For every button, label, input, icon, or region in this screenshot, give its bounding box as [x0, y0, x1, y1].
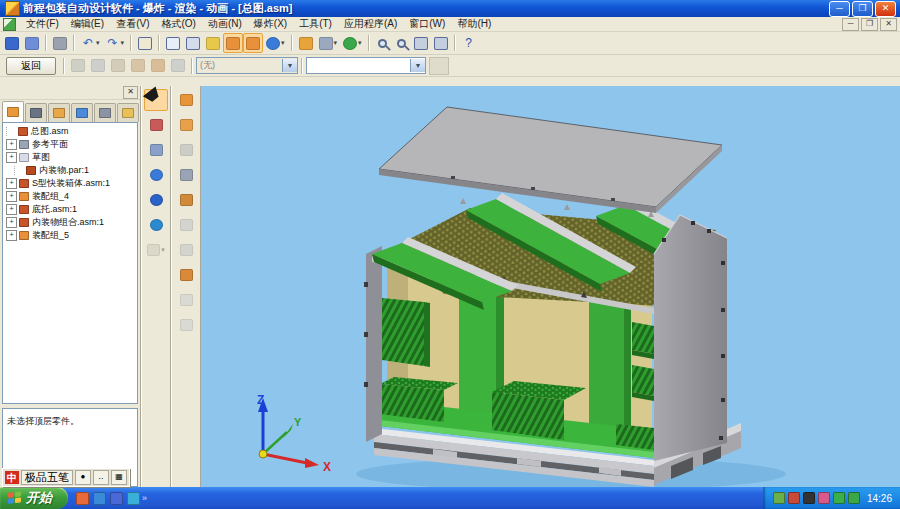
pathfinder-tab[interactable]: [2, 101, 24, 122]
highlight-view-icon-button[interactable]: [203, 33, 223, 53]
close-button[interactable]: ✕: [875, 1, 896, 17]
expand-icon[interactable]: +: [6, 152, 17, 163]
live-update-icon[interactable]: [833, 492, 845, 504]
network-offline-icon[interactable]: [788, 492, 800, 504]
child-restore-button[interactable]: ❐: [861, 18, 878, 31]
tree-item[interactable]: +装配组_5: [3, 229, 137, 242]
tree-item[interactable]: +草图: [3, 151, 137, 164]
menu-item-1[interactable]: 文件(F): [20, 17, 65, 31]
save-icon-button[interactable]: [2, 33, 22, 53]
save-as-icon-button[interactable]: [22, 33, 42, 53]
expand-icon[interactable]: +: [6, 191, 17, 202]
shaded-view-icon-button[interactable]: [223, 33, 243, 53]
menu-item-5[interactable]: 动画(N): [202, 17, 248, 31]
right-wall-panel[interactable]: [654, 215, 727, 461]
wireframe-view-icon-button[interactable]: [163, 33, 183, 53]
menu-item-6[interactable]: 爆炸(X): [248, 17, 293, 31]
animation-combo[interactable]: ▼: [306, 57, 426, 74]
tree-item[interactable]: +装配组_4: [3, 190, 137, 203]
model-viewport[interactable]: Z Y X: [201, 86, 900, 489]
help-tab[interactable]: [117, 103, 139, 122]
print-icon-button[interactable]: [50, 33, 70, 53]
menu-item-7[interactable]: 工具(T): [293, 17, 338, 31]
tree-item[interactable]: +底托.asm:1: [3, 203, 137, 216]
left-comb-block[interactable]: [382, 298, 424, 366]
expand-icon[interactable]: +: [6, 230, 17, 241]
child-minimize-button[interactable]: ─: [842, 18, 859, 31]
display-settings-icon-dropdown[interactable]: ▾: [334, 39, 338, 47]
internet-explorer-icon[interactable]: [93, 492, 106, 505]
ime-keyboard-icon[interactable]: ▦: [111, 470, 127, 485]
help-pointer-icon-button[interactable]: ?: [459, 33, 479, 53]
render-scene-icon-button[interactable]: [144, 164, 168, 186]
left-wall-panel[interactable]: [364, 246, 382, 442]
redo-icon-dropdown[interactable]: ▾: [121, 39, 125, 47]
tree-item[interactable]: 总图.asm: [3, 125, 137, 138]
back-button[interactable]: 返回: [6, 57, 56, 75]
qq-icon[interactable]: [803, 492, 815, 504]
tree-item[interactable]: 内装物.par:1: [3, 164, 137, 177]
insert-object-icon-button[interactable]: [135, 33, 155, 53]
zoom-icon-button[interactable]: [392, 33, 411, 53]
ime-punctuation-icon[interactable]: ‥: [93, 470, 109, 485]
erase-tool-icon-button[interactable]: [144, 139, 168, 161]
undo-icon-dropdown[interactable]: ▾: [96, 39, 100, 47]
refresh-view-icon-dropdown[interactable]: ▾: [358, 39, 362, 47]
flow-lines-icon-button[interactable]: [174, 164, 198, 186]
display-settings-icon-button[interactable]: ▾: [316, 33, 341, 53]
layers-tab[interactable]: [71, 103, 93, 122]
refresh-view-icon-button[interactable]: ▾: [340, 33, 365, 53]
shaded-edges-view-icon-button[interactable]: [243, 33, 263, 53]
menu-item-10[interactable]: 帮助(H): [451, 17, 497, 31]
ime-name[interactable]: 极品五笔: [21, 470, 73, 485]
auto-explode-icon-button[interactable]: [174, 89, 198, 111]
view-orientation-icon-button[interactable]: ▾: [263, 33, 288, 53]
fit-view-icon-button[interactable]: [411, 33, 431, 53]
wall-comb-tab[interactable]: [632, 365, 654, 396]
family-of-assemblies-tab[interactable]: [48, 103, 70, 122]
animation-player-icon-button[interactable]: [144, 214, 168, 236]
ime-toolbar[interactable]: 中 极品五笔 ● ‥ ▦: [2, 468, 130, 487]
restore-button[interactable]: ❐: [852, 1, 873, 17]
view-orientation-icon-dropdown[interactable]: ▾: [281, 39, 285, 47]
tree-item[interactable]: +内装物组合.asm:1: [3, 216, 137, 229]
menu-item-4[interactable]: 格式(O): [155, 17, 201, 31]
antivirus-shield-icon[interactable]: [848, 492, 860, 504]
network-places-icon[interactable]: [127, 492, 140, 505]
pan-view-icon-button[interactable]: [431, 33, 451, 53]
redo-icon-button[interactable]: ↷▾: [103, 33, 128, 53]
dimension-tool-icon-button[interactable]: [144, 114, 168, 136]
named-views-icon-button[interactable]: [296, 33, 316, 53]
expand-icon[interactable]: +: [6, 178, 17, 189]
chevron-down-icon[interactable]: ▼: [410, 59, 425, 72]
zoom-area-icon-button[interactable]: [373, 33, 392, 53]
tree-item[interactable]: +S型快装箱体.asm:1: [3, 177, 137, 190]
start-button[interactable]: 开始: [0, 487, 68, 509]
minimize-button[interactable]: ─: [829, 1, 850, 17]
child-close-button[interactable]: ✕: [880, 18, 897, 31]
collapse-icon-button[interactable]: [174, 264, 198, 286]
parts-library-tab[interactable]: [25, 103, 47, 122]
expand-icon[interactable]: +: [6, 204, 17, 215]
hidden-edge-view-icon-button[interactable]: [183, 33, 203, 53]
lid-panel[interactable]: [379, 107, 722, 213]
menu-item-3[interactable]: 查看(V): [110, 17, 155, 31]
menu-item-2[interactable]: 编辑(E): [65, 17, 110, 31]
media-player-icon[interactable]: [76, 492, 89, 505]
explode-icon-button[interactable]: [174, 114, 198, 136]
expand-icon[interactable]: +: [6, 139, 17, 150]
sensors-tab[interactable]: [94, 103, 116, 122]
menu-item-8[interactable]: 应用程序(A): [338, 17, 403, 31]
wall-comb-tab[interactable]: [632, 322, 654, 354]
tree-item[interactable]: +参考平面: [3, 138, 137, 151]
menu-item-9[interactable]: 窗口(W): [403, 17, 451, 31]
modify-flow-icon-button[interactable]: [174, 189, 198, 211]
ime-language-icon[interactable]: 中: [5, 471, 19, 484]
select-tool-icon-button[interactable]: [144, 89, 168, 111]
quick-launch-overflow[interactable]: »: [142, 493, 147, 503]
undo-icon-button[interactable]: ↶▾: [78, 33, 103, 53]
security-center-icon[interactable]: [818, 492, 830, 504]
render-session-icon-button[interactable]: [144, 189, 168, 211]
close-icon[interactable]: ✕: [123, 86, 138, 99]
ime-symbols[interactable]: ●: [75, 470, 91, 485]
